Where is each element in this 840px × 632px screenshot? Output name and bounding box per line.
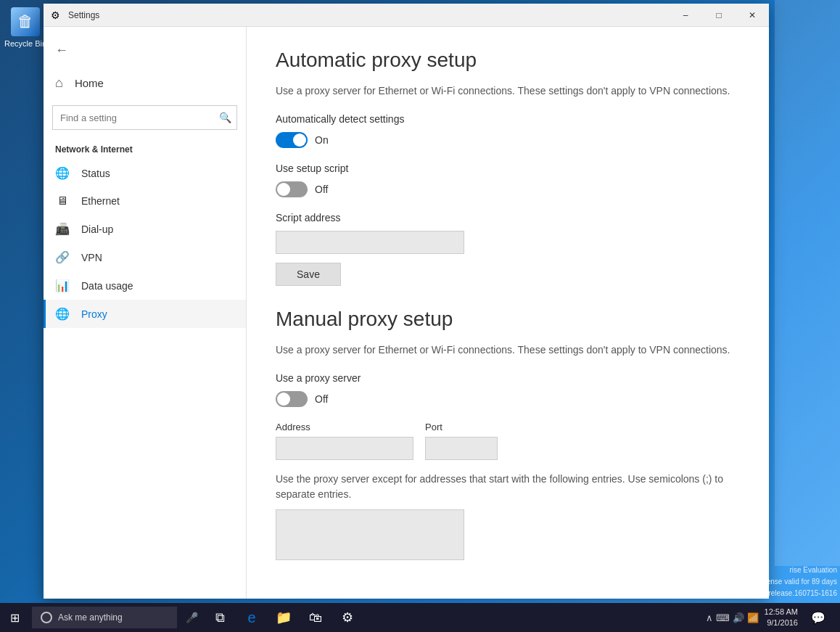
proxy-toggle[interactable] xyxy=(276,391,308,407)
window-title: Settings xyxy=(68,10,669,20)
datausage-label: Data usage xyxy=(81,280,133,292)
proxy-toggle-row: Off xyxy=(276,391,740,407)
store-icon[interactable]: 🛍 xyxy=(300,603,332,632)
auto-section-desc: Use a proxy server for Ethernet or Wi-Fi… xyxy=(276,83,740,99)
notification-icon[interactable]: 💬 xyxy=(802,603,834,632)
maximize-button[interactable]: □ xyxy=(702,4,736,27)
proxy-icon: 🌐 xyxy=(55,307,70,321)
sidebar-section-title: Network & Internet xyxy=(44,136,246,159)
address-group: Address xyxy=(276,422,413,460)
proxy-label: Proxy xyxy=(81,308,107,320)
manual-section-title: Manual proxy setup xyxy=(276,308,740,331)
main-content: Automatic proxy setup Use a proxy server… xyxy=(247,27,769,599)
edge-icon[interactable]: e xyxy=(236,603,268,632)
start-button[interactable]: ⊞ xyxy=(0,603,29,632)
search-input[interactable] xyxy=(52,105,237,130)
port-label: Port xyxy=(425,422,498,432)
title-bar: ⚙ Settings – □ ✕ xyxy=(44,4,769,27)
taskbar-search-label: Ask me anything xyxy=(58,612,123,623)
save-button[interactable]: Save xyxy=(276,263,341,286)
date-display: 9/1/2016 xyxy=(765,617,798,628)
vpn-icon: 🔗 xyxy=(55,250,70,264)
dialup-icon: 📠 xyxy=(55,222,70,236)
taskbar-right: ∧ ⌨ 🔊 📶 12:58 AM 9/1/2016 💬 xyxy=(706,603,840,632)
taskbar-clock[interactable]: 12:58 AM 9/1/2016 xyxy=(765,607,798,629)
status-label: Status xyxy=(81,168,110,179)
proxy-toggle-label: Off xyxy=(315,393,328,405)
detect-toggle-knob xyxy=(293,134,306,147)
minimize-button[interactable]: – xyxy=(669,4,702,27)
proxy-setting-label: Use a proxy server xyxy=(276,372,740,384)
sidebar-item-proxy[interactable]: 🌐 Proxy xyxy=(44,300,246,328)
settings-window-icon: ⚙ xyxy=(51,9,62,21)
back-icon: ← xyxy=(55,43,68,58)
script-toggle-knob xyxy=(277,183,290,196)
ethernet-icon: 🖥 xyxy=(55,194,70,208)
network-icon[interactable]: 📶 xyxy=(747,612,759,623)
address-port-row: Address Port xyxy=(276,422,740,460)
search-box: 🔍 xyxy=(52,105,237,130)
auto-section-title: Automatic proxy setup xyxy=(276,49,740,72)
window-controls: – □ ✕ xyxy=(669,4,769,26)
watermark-line3: Build 14393.rs1_release.160715-1616 xyxy=(714,588,837,599)
file-explorer-icon[interactable]: 📁 xyxy=(268,603,300,632)
content-area: ← ⌂ Home 🔍 Network & Internet 🌐 Status xyxy=(44,27,769,599)
task-view-button[interactable]: ⧉ xyxy=(204,603,236,632)
settings-window: ⚙ Settings – □ ✕ ← ⌂ Home xyxy=(44,4,769,599)
detect-setting-label: Automatically detect settings xyxy=(276,113,740,125)
vpn-label: VPN xyxy=(81,252,102,263)
dialup-label: Dial-up xyxy=(81,223,113,235)
search-icon: 🔍 xyxy=(219,112,231,123)
script-address-input[interactable] xyxy=(276,231,464,254)
ethernet-label: Ethernet xyxy=(81,195,120,207)
time-display: 12:58 AM xyxy=(765,607,798,617)
home-icon: ⌂ xyxy=(55,75,63,91)
detect-toggle-label: On xyxy=(315,134,329,146)
sidebar-item-datausage[interactable]: 📊 Data usage xyxy=(44,271,246,300)
address-input[interactable] xyxy=(276,437,413,460)
sidebar-item-vpn[interactable]: 🔗 VPN xyxy=(44,243,246,271)
taskbar-search[interactable]: Ask me anything xyxy=(32,607,177,628)
watermark: rise Evaluation Windows License valid fo… xyxy=(714,565,837,599)
chevron-up-icon[interactable]: ∧ xyxy=(706,612,713,623)
detect-toggle-row: On xyxy=(276,132,740,148)
close-button[interactable]: ✕ xyxy=(736,4,769,27)
port-group: Port xyxy=(425,422,498,460)
sidebar: ← ⌂ Home 🔍 Network & Internet 🌐 Status xyxy=(44,27,247,599)
script-toggle-label: Off xyxy=(315,184,328,195)
taskbar-apps: ⧉ e 📁 🛍 ⚙ xyxy=(204,603,706,632)
script-address-label: Script address xyxy=(276,212,740,223)
datausage-icon: 📊 xyxy=(55,279,70,292)
sidebar-item-ethernet[interactable]: 🖥 Ethernet xyxy=(44,187,246,215)
sidebar-item-dialup[interactable]: 📠 Dial-up xyxy=(44,215,246,243)
exceptions-textarea[interactable] xyxy=(276,509,464,560)
script-setting-label: Use setup script xyxy=(276,163,740,174)
address-label: Address xyxy=(276,422,413,432)
script-toggle-row: Off xyxy=(276,181,740,197)
proxy-toggle-knob xyxy=(277,393,290,406)
taskbar: ⊞ Ask me anything 🎤 ⧉ e 📁 🛍 ⚙ ∧ ⌨ 🔊 📶 12… xyxy=(0,603,840,632)
port-input[interactable] xyxy=(425,437,498,460)
home-nav-item[interactable]: ⌂ Home xyxy=(44,67,246,99)
cortana-icon xyxy=(41,612,52,623)
watermark-line2: Windows License valid for 89 days xyxy=(714,576,837,588)
status-icon: 🌐 xyxy=(55,166,70,180)
sidebar-item-status[interactable]: 🌐 Status xyxy=(44,159,246,187)
volume-icon[interactable]: 🔊 xyxy=(733,612,744,623)
desktop-right-panel xyxy=(775,0,840,566)
script-toggle[interactable] xyxy=(276,181,308,197)
settings-taskbar-icon[interactable]: ⚙ xyxy=(332,603,363,632)
exceptions-desc: Use the proxy server except for addresse… xyxy=(276,472,740,502)
manual-section-desc: Use a proxy server for Ethernet or Wi-Fi… xyxy=(276,342,740,358)
keyboard-icon: ⌨ xyxy=(716,612,730,623)
back-button[interactable]: ← xyxy=(44,34,246,67)
recycle-bin-icon[interactable]: 🗑 Recycle Bin xyxy=(4,7,47,48)
watermark-line1: rise Evaluation xyxy=(714,565,837,576)
system-tray: ∧ ⌨ 🔊 📶 xyxy=(706,612,759,623)
detect-toggle[interactable] xyxy=(276,132,308,148)
home-label: Home xyxy=(75,77,104,89)
microphone-icon[interactable]: 🎤 xyxy=(180,612,204,623)
